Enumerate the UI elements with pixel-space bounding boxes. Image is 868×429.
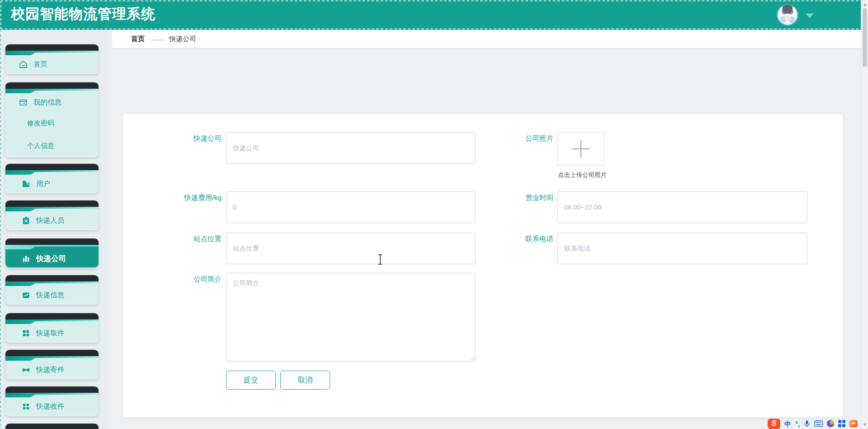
sidebar-item-label: 快递取件 xyxy=(36,329,64,338)
fee-label: 快递费用/kg xyxy=(149,193,222,203)
sidebar-item-courier-company[interactable]: 快递公司 xyxy=(5,238,99,268)
vertical-scrollbar[interactable]: ▲ ▼ xyxy=(861,0,868,429)
company-photo-label: 公司照片 xyxy=(481,134,553,143)
skin-theme-icon[interactable] xyxy=(827,420,834,427)
text-cursor xyxy=(380,255,381,264)
app-header: 校园智能物流管理系统 xyxy=(0,0,868,30)
card-top-bar xyxy=(5,82,99,89)
card-stripe xyxy=(5,319,99,324)
sidebar-subitem-personal-info[interactable]: 个人信息 xyxy=(5,134,99,157)
company-name-input[interactable] xyxy=(226,132,476,164)
scrollbar-thumb[interactable] xyxy=(863,8,867,67)
plus-icon xyxy=(572,140,590,157)
card-stripe xyxy=(5,356,99,361)
breadcrumb-current: 快递公司 xyxy=(169,35,196,43)
phone-input[interactable] xyxy=(557,233,807,264)
sidebar-item-courier-send[interactable]: 快递寄件 xyxy=(5,350,99,379)
sidebar-item-users[interactable]: 用户 xyxy=(5,164,99,193)
location-input[interactable] xyxy=(226,233,476,264)
business-hours-input[interactable] xyxy=(557,191,807,223)
id-card-icon xyxy=(19,98,28,107)
sidebar-item-label: 快递公司 xyxy=(36,254,66,264)
sidebar-item-label: 首页 xyxy=(33,60,47,69)
business-hours-label: 营业时间 xyxy=(481,193,553,203)
photo-upload-hint: 点击上传公司照片 xyxy=(558,171,607,179)
photo-upload-box[interactable] xyxy=(557,132,604,166)
fee-input[interactable] xyxy=(226,191,476,223)
chevron-down-icon[interactable] xyxy=(806,14,814,18)
sidebar-item-courier-pickup[interactable]: 快递取件 xyxy=(5,313,99,343)
sidebar-item-courier-receive[interactable]: 快递收件 xyxy=(5,386,99,416)
sidebar-item-label: 快递信息 xyxy=(36,291,64,300)
grid-small-icon xyxy=(22,402,30,411)
grid-icon xyxy=(22,329,30,338)
sidebar-item-my-info[interactable]: 我的信息 修改密码 个人信息 xyxy=(5,82,99,157)
card-top-bar xyxy=(5,164,99,170)
trend-chart-icon xyxy=(22,291,30,300)
card-stripe xyxy=(5,393,99,397)
breadcrumb: 首页 —— 快递公司 xyxy=(131,35,196,43)
sidebar-item-label: 快递寄件 xyxy=(36,365,64,375)
app-title: 校园智能物流管理系统 xyxy=(11,5,156,24)
sidebar-item-label: 快递收件 xyxy=(36,402,64,411)
language-mode-icon[interactable]: 中 xyxy=(784,420,791,427)
sidebar-item-label: 用户 xyxy=(36,179,50,189)
breadcrumb-separator: —— xyxy=(151,35,163,43)
sidebar-item-courier-info[interactable]: 快递信息 xyxy=(5,275,99,305)
card-stripe xyxy=(5,281,99,286)
briefcase-icon xyxy=(22,180,30,188)
home-icon xyxy=(19,60,28,69)
page: 校园智能物流管理系统 首页 —— 快递公司 首页 xyxy=(0,0,868,429)
card-stripe xyxy=(5,89,99,93)
card-top-bar xyxy=(5,200,99,207)
sidebar-item-label: 快递人员 xyxy=(36,216,64,225)
card-top-bar xyxy=(5,275,99,281)
keyboard-icon[interactable] xyxy=(814,420,823,427)
toolbox-grid-icon[interactable] xyxy=(838,420,845,427)
sidebar-item-courier-staff[interactable]: 快递人员 xyxy=(5,200,99,230)
submit-button[interactable]: 提交 xyxy=(226,371,276,390)
company-name-label: 快递公司 xyxy=(149,134,222,143)
sidebar-subitem-change-password[interactable]: 修改密码 xyxy=(5,112,99,134)
sidebar-item-home[interactable]: 首页 xyxy=(5,44,99,74)
sidebar-item-partial[interactable] xyxy=(5,424,99,429)
scroll-up-arrow-icon[interactable]: ▲ xyxy=(861,1,868,8)
phone-label: 联系电话 xyxy=(481,234,553,244)
card-stripe xyxy=(5,51,99,55)
ime-taskbar: S 中 °, xyxy=(768,418,858,429)
scroll-down-arrow-icon[interactable]: ▼ xyxy=(861,421,868,428)
sidebar-item-label: 我的信息 xyxy=(33,98,61,107)
cancel-button[interactable]: 取消 xyxy=(280,371,330,390)
location-label: 站点位置 xyxy=(149,234,222,244)
bar-chart-icon xyxy=(22,254,30,263)
clipboard-x-icon xyxy=(22,216,30,225)
breadcrumb-bar: 首页 —— 快递公司 xyxy=(112,30,861,48)
card-stripe xyxy=(5,170,99,175)
card-top-bar xyxy=(5,313,99,319)
card-stripe xyxy=(5,245,99,249)
intro-textarea[interactable] xyxy=(226,273,476,362)
sogou-logo-icon[interactable]: S xyxy=(768,419,780,429)
card-top-bar xyxy=(5,350,99,356)
card-top-bar xyxy=(5,386,99,393)
microphone-icon[interactable] xyxy=(804,420,810,428)
user-avatar[interactable] xyxy=(778,5,797,25)
card-top-bar xyxy=(5,44,99,51)
emoji-panel-icon[interactable] xyxy=(849,420,858,427)
company-form-card: 快递公司 公司照片 点击上传公司照片 快递费用/kg 营业时间 站点位置 联系电… xyxy=(123,114,843,417)
intro-label: 公司简介 xyxy=(149,275,222,284)
sidebar-nav: 首页 我的信息 修改密码 个人信息 xyxy=(5,44,99,429)
breadcrumb-home-link[interactable]: 首页 xyxy=(131,35,145,43)
bowtie-icon xyxy=(22,366,30,374)
punctuation-mode-icon[interactable]: °, xyxy=(795,420,800,427)
capture-border-artifact xyxy=(0,30,1,429)
card-stripe xyxy=(5,207,99,211)
card-top-bar xyxy=(5,238,99,245)
